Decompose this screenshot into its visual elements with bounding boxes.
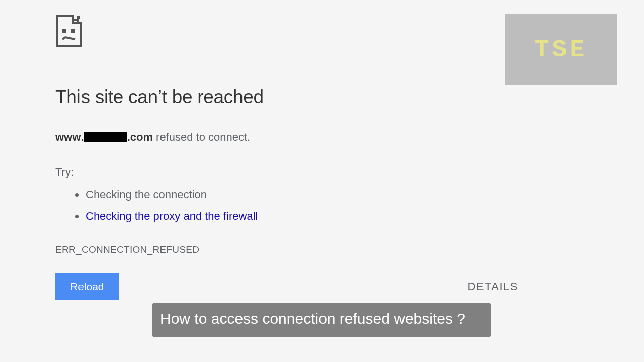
sad-page-icon [55, 14, 83, 47]
details-button[interactable]: DETAILS [467, 280, 518, 293]
suggestion-check-proxy-link[interactable]: Checking the proxy and the firewall [86, 210, 258, 222]
svg-rect-1 [71, 29, 75, 33]
error-code: ERR_CONNECTION_REFUSED [55, 244, 518, 255]
suggestion-check-connection: Checking the connection [86, 186, 518, 203]
svg-rect-0 [62, 29, 66, 33]
suggestion-list: Checking the connection Checking the pro… [86, 186, 518, 224]
error-content: This site can’t be reached www..com refu… [55, 14, 518, 255]
button-row: Reload DETAILS [55, 273, 518, 300]
domain-prefix: www. [55, 131, 84, 143]
reload-button[interactable]: Reload [55, 273, 119, 300]
refused-text: refused to connect. [153, 131, 250, 143]
caption-overlay: How to access connection refused website… [152, 303, 491, 337]
try-label: Try: [55, 166, 518, 179]
redacted-domain [84, 132, 127, 142]
error-domain-line: www..com refused to connect. [55, 131, 518, 144]
domain-suffix: .com [127, 131, 153, 143]
caption-text: How to access connection refused website… [160, 310, 465, 327]
tse-label: TSE [535, 36, 587, 63]
tse-badge: TSE [505, 14, 617, 85]
error-heading: This site can’t be reached [55, 86, 518, 108]
